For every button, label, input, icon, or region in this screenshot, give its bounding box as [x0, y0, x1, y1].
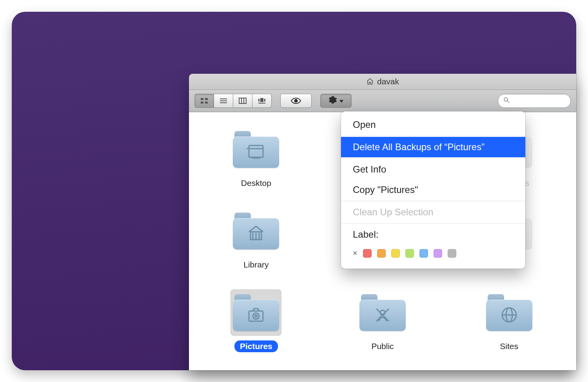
folder-label: Library	[238, 259, 274, 271]
home-icon	[366, 78, 374, 85]
titlebar: davak	[189, 74, 576, 90]
quicklook-button[interactable]	[280, 94, 312, 108]
label-clear-button[interactable]: ×	[353, 249, 358, 258]
folder-sites[interactable]: Sites	[484, 289, 535, 368]
svg-line-16	[507, 101, 509, 103]
label-color-swatch[interactable]	[434, 249, 442, 258]
label-color-row: ×	[341, 245, 525, 262]
menu-label-heading: Label:	[341, 224, 525, 245]
svg-point-32	[255, 315, 257, 317]
gear-icon	[328, 96, 337, 106]
menu-get-info[interactable]: Get Info	[341, 159, 525, 180]
folder-icon	[484, 289, 535, 336]
folder-pictures[interactable]: Pictures	[230, 289, 281, 368]
view-coverflow-button[interactable]	[252, 94, 272, 108]
label-color-swatch[interactable]	[419, 249, 428, 258]
svg-rect-0	[201, 98, 203, 100]
folder-public[interactable]: Public	[357, 289, 408, 368]
view-columns-button[interactable]	[233, 94, 252, 108]
toolbar	[189, 90, 576, 112]
label-color-swatch[interactable]	[377, 249, 386, 258]
menu-copy[interactable]: Copy "Pictures"	[341, 180, 525, 200]
folder-label: Desktop	[236, 177, 277, 189]
svg-rect-10	[260, 98, 263, 102]
library-icon	[247, 224, 265, 244]
folder-label: Sites	[494, 340, 524, 352]
window-title: davak	[377, 77, 399, 86]
chevron-down-icon	[339, 100, 343, 103]
public-icon	[373, 306, 392, 326]
label-color-swatch[interactable]	[405, 249, 414, 258]
folder-label: Public	[366, 340, 399, 352]
window-icon	[247, 142, 265, 163]
menu-clean-up: Clean Up Selection	[341, 202, 525, 222]
folder-icon	[230, 126, 281, 173]
folder-desktop[interactable]: Desktop	[230, 126, 281, 205]
label-color-swatch[interactable]	[448, 249, 456, 258]
search-field[interactable]	[498, 94, 571, 108]
menu-separator	[341, 158, 525, 158]
svg-rect-17	[249, 146, 263, 157]
view-icons-button[interactable]	[194, 94, 214, 108]
camera-icon	[247, 306, 265, 326]
svg-rect-12	[264, 99, 265, 102]
svg-rect-11	[258, 99, 260, 102]
action-menu-button[interactable]	[320, 94, 352, 108]
view-list-button[interactable]	[214, 94, 233, 108]
menu-separator	[341, 201, 525, 201]
svg-rect-2	[201, 102, 203, 104]
menu-separator	[341, 136, 525, 136]
svg-point-15	[504, 98, 508, 101]
menu-open[interactable]: Open	[341, 115, 525, 135]
menu-delete-backups[interactable]: Delete All Backups of “Pictures”	[341, 137, 525, 157]
svg-point-31	[253, 313, 259, 319]
folder-library[interactable]: Library	[230, 208, 281, 286]
globe-icon	[500, 306, 519, 326]
svg-rect-3	[205, 102, 208, 104]
action-dropdown-menu: Open Delete All Backups of “Pictures” Ge…	[341, 111, 525, 269]
svg-rect-7	[239, 98, 246, 104]
folder-label: Pictures	[234, 340, 278, 352]
label-color-swatch[interactable]	[363, 249, 372, 258]
view-segmented-control	[194, 94, 272, 108]
svg-rect-13	[258, 103, 265, 104]
search-icon	[503, 96, 510, 105]
menu-separator	[341, 223, 525, 224]
svg-point-14	[295, 100, 298, 102]
label-color-swatch[interactable]	[391, 249, 400, 258]
folder-icon	[357, 289, 408, 336]
svg-rect-1	[205, 98, 208, 100]
folder-icon	[230, 289, 281, 336]
folder-icon	[230, 208, 281, 254]
